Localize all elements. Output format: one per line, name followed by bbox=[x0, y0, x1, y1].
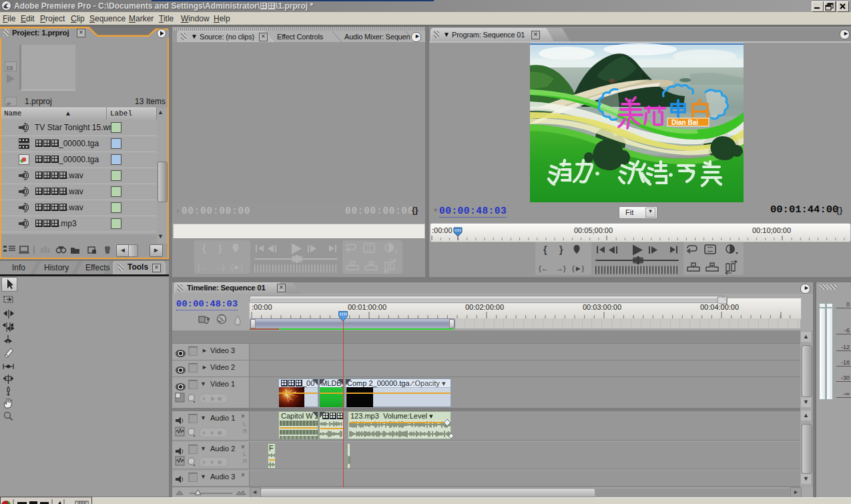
svg-text:00:01:00:00: 00:01:00:00 bbox=[348, 303, 386, 311]
svg-text:Dian Bai: Dian Bai bbox=[671, 119, 698, 126]
svg-text:00:03:00:00: 00:03:00:00 bbox=[583, 303, 621, 311]
svg-text::00:00: :00:00 bbox=[252, 303, 272, 311]
svg-text:00:02:00:00: 00:02:00:00 bbox=[465, 303, 504, 311]
svg-text::00:00: :00:00 bbox=[432, 226, 453, 234]
svg-text:00:05;00:00: 00:05;00:00 bbox=[574, 226, 613, 234]
svg-text:00:10;00:00: 00:10;00:00 bbox=[752, 226, 791, 234]
